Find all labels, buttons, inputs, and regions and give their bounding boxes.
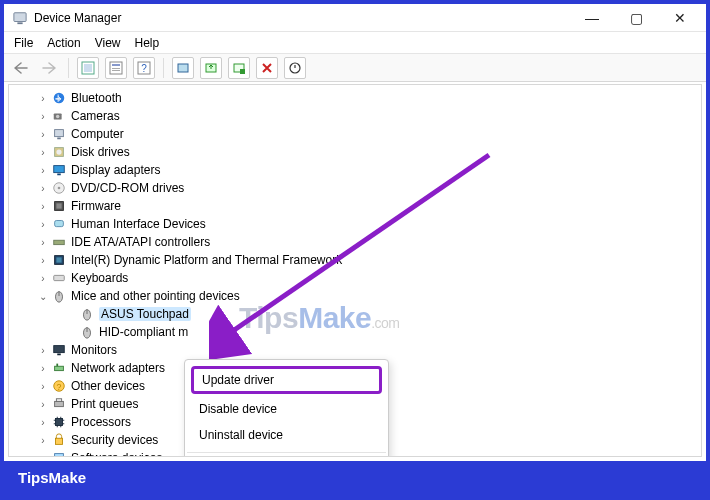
expander-icon[interactable]: › (37, 183, 49, 194)
disk-icon (51, 144, 67, 160)
svg-rect-42 (56, 364, 58, 367)
context-menu: Update driver Disable device Uninstall d… (184, 359, 389, 457)
expander-icon[interactable]: › (37, 399, 49, 410)
expander-icon[interactable]: › (37, 201, 49, 212)
expander-icon[interactable]: › (37, 381, 49, 392)
disable-button[interactable] (256, 57, 278, 79)
expander-icon[interactable]: › (37, 363, 49, 374)
svg-rect-1 (17, 22, 22, 24)
tree-category-item[interactable]: ›Human Interface Devices (9, 215, 701, 233)
enable-button[interactable] (284, 57, 306, 79)
context-update-driver[interactable]: Update driver (191, 366, 382, 394)
uninstall-button[interactable] (228, 57, 250, 79)
mouse-icon (79, 306, 95, 322)
menu-action[interactable]: Action (47, 36, 80, 50)
footer-brand-label: TipsMake (18, 469, 86, 486)
expander-icon[interactable]: › (37, 453, 49, 458)
tree-item-label: Other devices (71, 379, 145, 393)
menu-help[interactable]: Help (135, 36, 160, 50)
tree-category-item[interactable]: ›Monitors (9, 341, 701, 359)
tree-category-item[interactable]: ›Computer (9, 125, 701, 143)
pc-icon (51, 126, 67, 142)
tree-device-item[interactable]: ASUS Touchpad (9, 305, 701, 323)
tree-item-label: Network adapters (71, 361, 165, 375)
svg-text:?: ? (57, 382, 62, 392)
expander-icon[interactable]: ⌄ (37, 291, 49, 302)
tree-category-item[interactable]: ›Disk drives (9, 143, 701, 161)
update-driver-button[interactable] (200, 57, 222, 79)
context-separator (187, 452, 386, 453)
scan-button[interactable] (172, 57, 194, 79)
close-button[interactable]: ✕ (658, 4, 702, 32)
expander-icon[interactable]: › (37, 237, 49, 248)
expander-icon[interactable]: › (37, 129, 49, 140)
tree-item-label: Keyboards (71, 271, 128, 285)
sec-icon (51, 432, 67, 448)
tree-device-item[interactable]: HID-compliant m (9, 323, 701, 341)
tree-category-item[interactable]: ›Bluetooth (9, 89, 701, 107)
expander-icon[interactable]: › (37, 147, 49, 158)
titlebar: Device Manager ― ▢ ✕ (4, 4, 706, 32)
tree-item-label: Human Interface Devices (71, 217, 206, 231)
net-icon (51, 360, 67, 376)
expander-icon[interactable]: › (37, 273, 49, 284)
expander-icon[interactable]: › (37, 93, 49, 104)
mouse-icon (51, 288, 67, 304)
toolbar: ? (4, 54, 706, 82)
svg-rect-45 (55, 401, 64, 406)
svg-rect-19 (57, 138, 61, 140)
expander-icon[interactable]: › (37, 345, 49, 356)
tree-item-label: Security devices (71, 433, 158, 447)
window-title: Device Manager (34, 11, 121, 25)
maximize-button[interactable]: ▢ (614, 4, 658, 32)
svg-rect-29 (54, 240, 65, 244)
svg-rect-28 (55, 221, 64, 227)
hid-icon (51, 216, 67, 232)
svg-rect-46 (56, 399, 61, 402)
kb-icon (51, 270, 67, 286)
svg-rect-41 (55, 366, 64, 370)
menu-view[interactable]: View (95, 36, 121, 50)
svg-rect-31 (56, 257, 61, 262)
tree-item-label: Bluetooth (71, 91, 122, 105)
mon-icon (51, 342, 67, 358)
context-disable-device[interactable]: Disable device (185, 396, 388, 422)
expander-icon[interactable]: › (37, 435, 49, 446)
minimize-button[interactable]: ― (570, 4, 614, 32)
forward-button[interactable] (38, 57, 60, 79)
tree-category-item[interactable]: ›IDE ATA/ATAPI controllers (9, 233, 701, 251)
tree-item-label: Mice and other pointing devices (71, 289, 240, 303)
svg-point-21 (56, 149, 61, 154)
fw-icon (51, 198, 67, 214)
tree-category-item[interactable]: ›Display adapters (9, 161, 701, 179)
context-uninstall-device[interactable]: Uninstall device (185, 422, 388, 448)
tree-category-item[interactable]: ⌄Mice and other pointing devices (9, 287, 701, 305)
tree-category-item[interactable]: ›Intel(R) Dynamic Platform and Thermal F… (9, 251, 701, 269)
svg-rect-0 (14, 12, 26, 21)
svg-point-25 (58, 187, 61, 190)
properties-button[interactable] (105, 57, 127, 79)
tree-category-item[interactable]: ›DVD/CD-ROM drives (9, 179, 701, 197)
tree-category-item[interactable]: ›Cameras (9, 107, 701, 125)
cpu-icon (51, 414, 67, 430)
menubar: File Action View Help (4, 32, 706, 54)
tree-category-item[interactable]: ›Firmware (9, 197, 701, 215)
show-hidden-button[interactable] (77, 57, 99, 79)
disp-icon (51, 162, 67, 178)
tree-item-label: Disk drives (71, 145, 130, 159)
expander-icon[interactable]: › (37, 165, 49, 176)
help-button[interactable]: ? (133, 57, 155, 79)
menu-file[interactable]: File (14, 36, 33, 50)
tree-item-label: Software devices (71, 451, 162, 457)
svg-rect-22 (54, 166, 65, 173)
back-button[interactable] (10, 57, 32, 79)
chip-icon (51, 252, 67, 268)
expander-icon[interactable]: › (37, 255, 49, 266)
svg-point-17 (56, 115, 60, 119)
tree-item-label: Processors (71, 415, 131, 429)
tree-category-item[interactable]: ›Keyboards (9, 269, 701, 287)
expander-icon[interactable]: › (37, 219, 49, 230)
other-icon: ? (51, 378, 67, 394)
expander-icon[interactable]: › (37, 417, 49, 428)
expander-icon[interactable]: › (37, 111, 49, 122)
